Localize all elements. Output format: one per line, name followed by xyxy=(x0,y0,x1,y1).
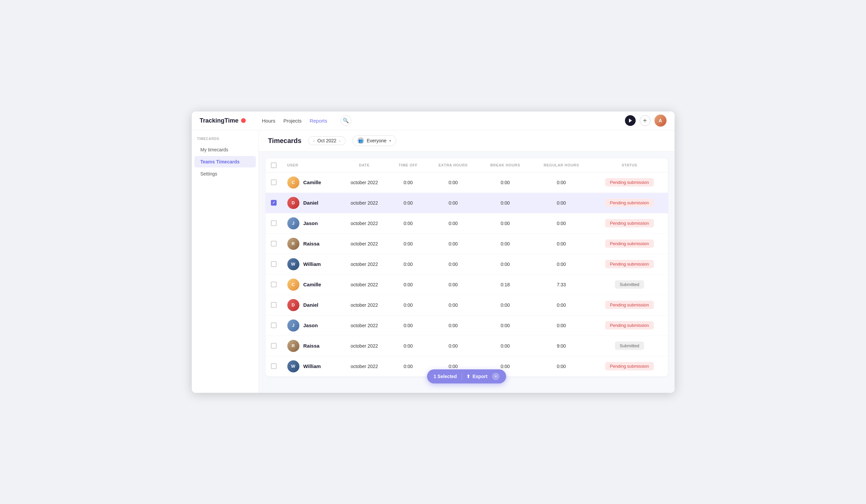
nav-projects[interactable]: Projects xyxy=(283,116,301,125)
col-status: STATUS xyxy=(591,158,667,172)
row-time-off: 0:00 xyxy=(389,335,428,356)
row-regular-hours: 7:33 xyxy=(531,274,591,295)
period-nav[interactable]: ‹ Oct 2022 › xyxy=(308,136,346,145)
row-checkbox-cell[interactable] xyxy=(266,315,282,335)
status-badge: Pending submission xyxy=(605,362,653,370)
close-button[interactable]: × xyxy=(492,373,500,380)
status-badge: Pending submission xyxy=(605,239,653,248)
row-regular-hours: 0:00 xyxy=(531,213,591,233)
row-checkbox-cell[interactable] xyxy=(266,233,282,254)
table-row: W William october 2022 0:00 0:00 0:00 0:… xyxy=(266,254,668,274)
sidebar: TIMECARDS My timecards Teams Timecards S… xyxy=(192,130,259,393)
row-checkbox-cell[interactable] xyxy=(266,213,282,233)
period-label: Oct 2022 xyxy=(318,138,337,143)
row-checkbox[interactable] xyxy=(271,363,277,369)
sidebar-item-teams-timecards[interactable]: Teams Timecards xyxy=(195,156,256,168)
row-regular-hours: 0:00 xyxy=(531,295,591,315)
row-status: Submitted xyxy=(591,274,667,295)
logo: TrackingTime xyxy=(200,117,246,124)
user-avatar: R xyxy=(287,238,299,250)
table-row: J Jason october 2022 0:00 0:00 0:00 0:00… xyxy=(266,315,668,335)
row-regular-hours: 0:00 xyxy=(531,233,591,254)
user-name: Camille xyxy=(303,180,321,185)
row-user-cell: R Raissa xyxy=(282,335,340,356)
row-time-off: 0:00 xyxy=(389,172,428,193)
status-badge: Pending submission xyxy=(605,301,653,309)
row-regular-hours: 0:00 xyxy=(531,315,591,335)
row-checkbox[interactable] xyxy=(271,220,277,226)
chevron-down-icon: ▾ xyxy=(389,139,391,143)
row-checkbox-cell[interactable] xyxy=(266,172,282,193)
row-checkbox-cell[interactable] xyxy=(266,356,282,376)
user-name: Jason xyxy=(303,220,318,226)
row-status: Submitted xyxy=(591,335,667,356)
period-next-arrow[interactable]: › xyxy=(338,138,341,143)
user-avatar: W xyxy=(287,360,299,373)
row-checkbox[interactable] xyxy=(271,261,277,267)
row-checkbox-cell[interactable] xyxy=(266,335,282,356)
row-date: october 2022 xyxy=(340,335,389,356)
row-checkbox[interactable] xyxy=(271,241,277,247)
add-button[interactable]: + xyxy=(640,115,651,126)
user-name: Raissa xyxy=(303,343,320,348)
play-button[interactable] xyxy=(625,115,636,126)
row-checkbox-cell[interactable] xyxy=(266,254,282,274)
search-button[interactable]: 🔍 xyxy=(341,115,351,126)
user-name: Daniel xyxy=(303,302,319,308)
row-checkbox[interactable] xyxy=(271,200,277,206)
col-regular-hours: REGULAR HOURS xyxy=(531,158,591,172)
avatar[interactable]: A xyxy=(654,115,667,127)
export-icon: ⬆ xyxy=(466,374,470,379)
row-checkbox[interactable] xyxy=(271,180,277,185)
row-status: Pending submission xyxy=(591,315,667,335)
period-prev-arrow[interactable]: ‹ xyxy=(312,138,315,143)
row-break-hours: 0:00 xyxy=(479,193,531,213)
main-content: Timecards ‹ Oct 2022 › 👥 Everyone ▾ xyxy=(259,130,675,393)
row-regular-hours: 0:00 xyxy=(531,356,591,376)
row-status: Pending submission xyxy=(591,213,667,233)
select-all-checkbox[interactable] xyxy=(271,162,277,168)
user-name: Daniel xyxy=(303,200,319,206)
row-checkbox[interactable] xyxy=(271,282,277,287)
status-badge: Pending submission xyxy=(605,178,653,186)
row-break-hours: 0:00 xyxy=(479,295,531,315)
sidebar-section-label: TIMECARDS xyxy=(192,137,258,143)
row-date: october 2022 xyxy=(340,193,389,213)
nav-hours[interactable]: Hours xyxy=(262,116,275,125)
row-user-cell: J Jason xyxy=(282,315,340,335)
everyone-filter[interactable]: 👥 Everyone ▾ xyxy=(352,135,396,146)
nav-reports[interactable]: Reports xyxy=(309,116,327,125)
row-break-hours: 0:00 xyxy=(479,315,531,335)
row-checkbox[interactable] xyxy=(271,322,277,328)
user-name: Raissa xyxy=(303,241,320,247)
row-date: october 2022 xyxy=(340,356,389,376)
row-extra-hours: 0:00 xyxy=(428,213,479,233)
sidebar-item-settings[interactable]: Settings xyxy=(195,168,256,180)
row-checkbox-cell[interactable] xyxy=(266,274,282,295)
row-checkbox[interactable] xyxy=(271,343,277,348)
row-checkbox[interactable] xyxy=(271,302,277,308)
row-break-hours: 0:00 xyxy=(479,254,531,274)
user-avatar: R xyxy=(287,340,299,352)
col-user: USER xyxy=(282,158,340,172)
table-wrap: USER DATE TIME OFF EXTRA HOURS BREAK HOU… xyxy=(259,152,675,393)
row-date: october 2022 xyxy=(340,233,389,254)
row-extra-hours: 0:00 xyxy=(428,335,479,356)
row-time-off: 0:00 xyxy=(389,233,428,254)
user-name: William xyxy=(303,261,321,267)
sidebar-item-my-timecards[interactable]: My timecards xyxy=(195,144,256,156)
row-user-cell: D Daniel xyxy=(282,193,340,213)
row-date: october 2022 xyxy=(340,295,389,315)
export-button[interactable]: ⬆ Export xyxy=(466,374,487,379)
row-time-off: 0:00 xyxy=(389,315,428,335)
table-row: R Raissa october 2022 0:00 0:00 0:00 9:0… xyxy=(266,335,668,356)
row-regular-hours: 0:00 xyxy=(531,254,591,274)
row-checkbox-cell[interactable] xyxy=(266,295,282,315)
row-regular-hours: 9:00 xyxy=(531,335,591,356)
app-body: TIMECARDS My timecards Teams Timecards S… xyxy=(192,130,675,393)
row-status: Pending submission xyxy=(591,356,667,376)
row-checkbox-cell[interactable] xyxy=(266,193,282,213)
user-avatar: J xyxy=(287,217,299,229)
row-regular-hours: 0:00 xyxy=(531,193,591,213)
user-avatar: C xyxy=(287,279,299,291)
